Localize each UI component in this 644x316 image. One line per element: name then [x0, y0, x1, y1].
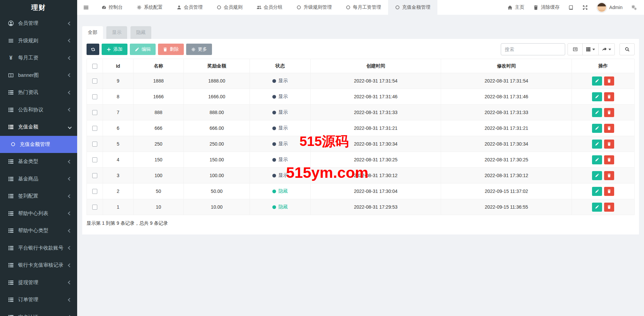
topnav-tab-label: 每月工资管理	[353, 4, 381, 10]
filter-tab-show[interactable]: 显示	[106, 26, 127, 39]
edit-button[interactable]: 编辑	[130, 44, 156, 55]
row-delete-button[interactable]	[604, 203, 614, 212]
topnav-tab-member-groups[interactable]: 会员分组	[250, 0, 289, 15]
sidebar-item-banner[interactable]: banner图	[0, 67, 77, 84]
filter-tab-all[interactable]: 全部	[82, 26, 103, 39]
topnav-tab-label: 系统配置	[144, 4, 163, 10]
status-label: 隐藏	[278, 188, 288, 194]
sidebar-item-recharge-amount[interactable]: 充值金额	[0, 118, 77, 136]
status-badge: 显示	[272, 125, 288, 131]
sidebar-item-hot-news[interactable]: 热门资讯	[0, 84, 77, 101]
sidebar-item-realname-auth[interactable]: 实名认证	[0, 309, 77, 316]
row-checkbox[interactable]	[92, 205, 97, 210]
row-checkbox[interactable]	[92, 78, 97, 84]
sidebar-item-monthly-salary[interactable]: ¥每月工资	[0, 49, 77, 67]
cell-checkbox	[87, 136, 103, 152]
sidebar-item-announcements[interactable]: 公告和协议	[0, 101, 77, 119]
row-checkbox[interactable]	[92, 110, 97, 115]
sidebar-item-withdrawal-management[interactable]: 提现管理	[0, 274, 77, 292]
row-edit-button[interactable]	[592, 124, 602, 133]
cell-checkbox	[87, 89, 103, 105]
settings-button[interactable]	[632, 5, 637, 10]
chevron-left-icon	[68, 281, 71, 284]
export-button[interactable]	[598, 43, 615, 55]
column-header-name[interactable]: 名称	[133, 59, 184, 73]
sidebar-item-fund-product[interactable]: 基金商品	[0, 170, 77, 188]
row-delete-button[interactable]	[604, 92, 614, 101]
refresh-button[interactable]	[87, 44, 99, 55]
row-edit-button[interactable]	[592, 140, 602, 149]
more-button[interactable]: 更多	[186, 44, 212, 55]
table-row: 816661666.00显示2022-08-31 17:31:462022-08…	[87, 89, 635, 105]
row-delete-button[interactable]	[604, 155, 614, 164]
sidebar-item-signin-config[interactable]: 签到配置	[0, 188, 77, 205]
topnav-tab-upgrade-rules-management[interactable]: 升级规则管理	[289, 0, 339, 15]
view-button-group	[568, 43, 615, 55]
column-header-status[interactable]: 状态	[250, 59, 311, 73]
sidebar-item-help-center-list[interactable]: 帮助中心列表	[0, 205, 77, 222]
column-header-ops[interactable]: 操作	[572, 59, 635, 73]
sidebar-item-fund-type[interactable]: 基金类型	[0, 153, 77, 170]
sidebar-item-order-management[interactable]: 订单管理	[0, 291, 77, 309]
clear-cache-link[interactable]: 清除缓存	[533, 4, 559, 10]
row-delete-button[interactable]	[604, 171, 614, 180]
gears-icon	[632, 5, 637, 10]
menu-toggle-button[interactable]	[77, 0, 95, 15]
add-button[interactable]: 添加	[102, 44, 127, 55]
row-checkbox[interactable]	[92, 157, 97, 162]
cell-amount: 10.00	[184, 199, 250, 215]
fullscreen-button[interactable]	[583, 5, 588, 10]
row-edit-button[interactable]	[592, 155, 602, 164]
sidebar-item-upgrade-rules[interactable]: 升级规则	[0, 32, 77, 50]
row-delete-button[interactable]	[604, 140, 614, 149]
common-search-toggle-button[interactable]	[568, 43, 583, 55]
columns-toggle-button[interactable]	[582, 43, 599, 55]
search-input[interactable]	[501, 43, 565, 55]
sidebar-item-recharge-amount-management[interactable]: 充值金额管理	[0, 136, 77, 153]
row-edit-button[interactable]	[592, 76, 602, 86]
topnav-tab-member-management[interactable]: 会员管理	[170, 0, 210, 15]
cell-modified: 2022-08-31 17:30:12	[441, 168, 572, 183]
topnav-tab-monthly-salary-management[interactable]: 每月工资管理	[339, 0, 388, 15]
delete-button[interactable]: 删除	[158, 44, 184, 55]
row-edit-button[interactable]	[592, 108, 602, 117]
topnav-tab-recharge-amount-management[interactable]: 充值金额管理	[388, 0, 437, 15]
search-button[interactable]	[620, 43, 635, 55]
column-header-id[interactable]: Id	[103, 59, 133, 73]
language-button[interactable]	[569, 5, 574, 10]
select-all-checkbox[interactable]	[92, 64, 97, 69]
row-edit-button[interactable]	[592, 203, 602, 212]
row-edit-button[interactable]	[592, 187, 602, 196]
row-checkbox[interactable]	[92, 189, 97, 194]
watermark-line2: 515ym.com	[286, 164, 368, 181]
row-edit-button[interactable]	[592, 92, 602, 101]
sidebar-item-help-center-type[interactable]: 帮助中心类型	[0, 222, 77, 240]
column-header-modified[interactable]: 修改时间	[441, 59, 572, 73]
row-delete-button[interactable]	[604, 124, 614, 133]
topnav-tab-dashboard[interactable]: 控制台	[95, 0, 130, 15]
cell-operations	[572, 152, 635, 168]
row-checkbox[interactable]	[92, 173, 97, 178]
row-edit-button[interactable]	[592, 171, 602, 180]
status-dot-icon	[272, 158, 276, 162]
th-list-icon	[8, 159, 14, 164]
row-checkbox[interactable]	[92, 142, 97, 147]
topnav-tab-member-rules[interactable]: 会员规则	[210, 0, 250, 15]
sidebar-item-member-management[interactable]: 会员管理	[0, 15, 77, 32]
row-checkbox[interactable]	[92, 94, 97, 99]
sidebar-item-bank-recharge-audit[interactable]: 银行卡充值审核记录	[0, 257, 77, 274]
row-delete-button[interactable]	[604, 187, 614, 196]
sidebar-item-platform-bank-accounts[interactable]: 平台银行卡收款账号	[0, 240, 77, 257]
row-delete-button[interactable]	[604, 76, 614, 86]
cell-modified: 2022-08-31 17:31:21	[441, 120, 572, 136]
home-link[interactable]: 主页	[507, 4, 524, 10]
column-header-created[interactable]: 创建时间	[310, 59, 441, 73]
filter-tab-hide[interactable]: 隐藏	[130, 26, 151, 39]
topnav-tab-system-config[interactable]: 系统配置	[130, 0, 170, 15]
row-delete-button[interactable]	[604, 108, 614, 117]
row-checkbox[interactable]	[92, 126, 97, 131]
user-menu[interactable]: Admin	[597, 2, 623, 12]
cell-checkbox	[87, 105, 103, 120]
column-header-amount[interactable]: 奖励金额	[184, 59, 250, 73]
cell-amount: 1666.00	[184, 89, 250, 105]
